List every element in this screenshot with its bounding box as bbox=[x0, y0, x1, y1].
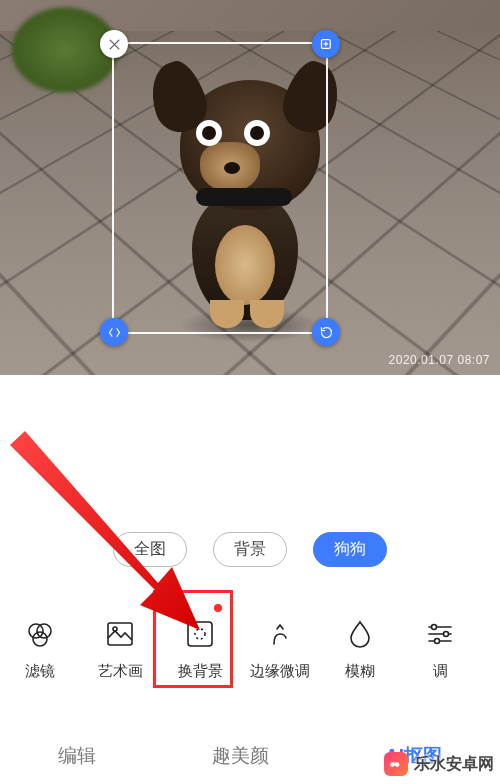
tool-label: 模糊 bbox=[345, 662, 375, 681]
flip-icon bbox=[107, 325, 122, 340]
svg-point-9 bbox=[444, 631, 449, 636]
add-layer-handle[interactable] bbox=[312, 30, 340, 58]
gamepad-icon bbox=[384, 752, 408, 776]
svg-point-7 bbox=[195, 629, 205, 639]
selection-frame[interactable] bbox=[112, 42, 328, 334]
rotate-icon bbox=[319, 325, 334, 340]
tool-art[interactable]: 艺术画 bbox=[80, 616, 160, 681]
svg-point-5 bbox=[113, 627, 117, 631]
tool-blur[interactable]: 模糊 bbox=[320, 616, 400, 681]
photo-canvas[interactable]: 2020.01.07 08:07 bbox=[0, 0, 500, 375]
watermark-text: 乐水安卓网 bbox=[414, 754, 494, 775]
chip-full-image[interactable]: 全图 bbox=[113, 532, 187, 567]
close-handle[interactable] bbox=[100, 30, 128, 58]
notification-dot bbox=[214, 604, 222, 612]
tool-filter[interactable]: 滤镜 bbox=[0, 616, 80, 681]
edge-icon bbox=[262, 616, 298, 652]
tool-label: 调 bbox=[433, 662, 448, 681]
rotate-handle[interactable] bbox=[312, 318, 340, 346]
svg-point-3 bbox=[33, 632, 47, 646]
tool-adjust[interactable]: 调 bbox=[400, 616, 480, 681]
chip-background[interactable]: 背景 bbox=[213, 532, 287, 567]
svg-rect-6 bbox=[188, 622, 212, 646]
tab-fun-beauty[interactable]: 趣美颜 bbox=[212, 743, 269, 769]
tool-edge-adjust[interactable]: 边缘微调 bbox=[240, 616, 320, 681]
site-watermark: 乐水安卓网 bbox=[384, 752, 494, 776]
tool-label: 边缘微调 bbox=[250, 662, 310, 681]
svg-point-2 bbox=[37, 624, 51, 638]
flip-handle[interactable] bbox=[100, 318, 128, 346]
blur-icon bbox=[342, 616, 378, 652]
svg-point-1 bbox=[29, 624, 43, 638]
replace-bg-icon bbox=[182, 616, 218, 652]
tool-label: 滤镜 bbox=[25, 662, 55, 681]
segment-chip-row: 全图 背景 狗狗 bbox=[0, 532, 500, 567]
adjust-icon bbox=[422, 616, 458, 652]
tool-label: 换背景 bbox=[178, 662, 223, 681]
tool-add[interactable]: 添加 bbox=[480, 616, 500, 681]
filter-icon bbox=[22, 616, 58, 652]
close-icon bbox=[107, 37, 122, 52]
photo-timestamp: 2020.01.07 08:07 bbox=[389, 353, 490, 367]
svg-point-8 bbox=[432, 624, 437, 629]
tool-replace-background[interactable]: 换背景 bbox=[160, 616, 240, 681]
tab-edit[interactable]: 编辑 bbox=[58, 743, 96, 769]
chip-dog[interactable]: 狗狗 bbox=[313, 532, 387, 567]
svg-point-10 bbox=[435, 638, 440, 643]
tool-strip: 滤镜 艺术画 换背景 边缘微调 模糊 调 添加 bbox=[0, 598, 500, 698]
add-layer-icon bbox=[319, 37, 334, 52]
tool-label: 艺术画 bbox=[98, 662, 143, 681]
art-icon bbox=[102, 616, 138, 652]
